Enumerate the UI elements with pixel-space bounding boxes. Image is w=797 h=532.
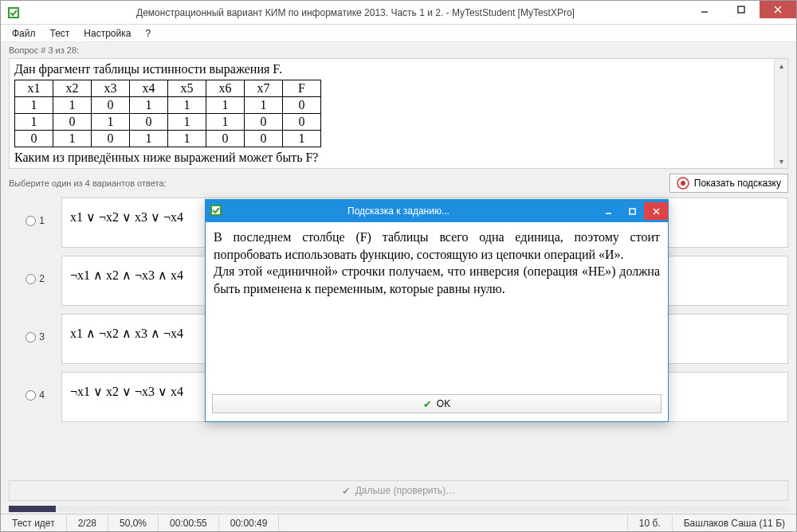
hint-button-label: Показать подсказку bbox=[694, 178, 781, 189]
status-spacer bbox=[279, 514, 627, 531]
th: F bbox=[283, 80, 321, 97]
dialog-ok-button[interactable]: ✔ OK bbox=[212, 394, 662, 413]
td: 1 bbox=[53, 131, 92, 147]
td: 1 bbox=[15, 114, 53, 131]
answer-num: 2 bbox=[39, 273, 45, 284]
td: 0 bbox=[245, 114, 283, 131]
hint-icon bbox=[677, 177, 689, 190]
menu-test[interactable]: Тест bbox=[44, 26, 77, 41]
svg-rect-9 bbox=[630, 209, 635, 214]
td: 0 bbox=[15, 131, 53, 147]
menu-help[interactable]: ? bbox=[139, 26, 157, 41]
th: x4 bbox=[130, 80, 168, 97]
dialog-ok-label: OK bbox=[437, 398, 450, 409]
td: 1 bbox=[206, 97, 245, 114]
th: x6 bbox=[206, 80, 245, 97]
ok-check-icon: ✔ bbox=[423, 398, 432, 410]
menubar: Файл Тест Настройка ? bbox=[1, 25, 796, 42]
progress-bar bbox=[9, 506, 788, 512]
answer-radio-4[interactable] bbox=[26, 390, 36, 401]
td: 1 bbox=[168, 114, 206, 131]
answers-prompt-row: Выберите один из 4 вариантов ответа: Пок… bbox=[1, 172, 796, 194]
scroll-up-icon[interactable]: ▴ bbox=[775, 59, 787, 72]
dialog-title: Подсказка к заданию... bbox=[201, 205, 596, 217]
td: 1 bbox=[245, 97, 283, 114]
truth-table: x1 x2 x3 x4 x5 x6 x7 F 11011110 10101100… bbox=[14, 80, 321, 147]
progress-fill bbox=[9, 506, 56, 512]
th: x5 bbox=[168, 80, 206, 97]
td: 0 bbox=[283, 97, 321, 114]
answer-num: 3 bbox=[39, 331, 45, 342]
td: 1 bbox=[53, 97, 92, 114]
answer-radio-3[interactable] bbox=[26, 332, 36, 342]
status-time-elapsed: 00:00:55 bbox=[159, 514, 219, 531]
next-button[interactable]: ✔ Дальше (проверить)… bbox=[9, 480, 788, 501]
svg-rect-2 bbox=[738, 6, 744, 13]
dialog-minimize-button[interactable] bbox=[596, 202, 620, 220]
dialog-titlebar[interactable]: Подсказка к заданию... bbox=[206, 200, 668, 222]
svg-point-6 bbox=[681, 181, 685, 186]
td: 1 bbox=[130, 97, 168, 114]
minimize-button[interactable] bbox=[686, 1, 723, 18]
window-title: Демонстрационный вариант КИМ по информат… bbox=[25, 7, 686, 18]
td: 1 bbox=[206, 114, 245, 131]
answers-prompt: Выберите один из 4 вариантов ответа: bbox=[9, 178, 167, 188]
titlebar: Демонстрационный вариант КИМ по информат… bbox=[1, 1, 796, 25]
answer-num: 4 bbox=[39, 389, 45, 401]
td: 1 bbox=[283, 131, 321, 147]
td: 1 bbox=[168, 131, 206, 147]
td: 1 bbox=[92, 114, 130, 131]
svg-rect-0 bbox=[9, 8, 18, 18]
status-user: Башлаков Саша (11 Б) bbox=[673, 514, 796, 531]
td: 1 bbox=[130, 131, 168, 147]
td: 1 bbox=[168, 97, 206, 114]
question-prompt-1: Дан фрагмент таблицы истинности выражени… bbox=[14, 62, 769, 76]
question-counter: Вопрос # 3 из 28: bbox=[1, 42, 796, 57]
th: x3 bbox=[92, 80, 130, 97]
maximize-button[interactable] bbox=[723, 1, 760, 18]
status-score: 10 б. bbox=[628, 514, 673, 531]
statusbar: Тест идет 2/28 50,0% 00:00:55 00:00:49 1… bbox=[1, 514, 796, 531]
td: 0 bbox=[283, 114, 321, 131]
status-percent: 50,0% bbox=[108, 514, 159, 531]
answer-radio-1[interactable] bbox=[26, 216, 36, 226]
hint-dialog: Подсказка к заданию... В последнем столб… bbox=[205, 199, 669, 422]
th: x2 bbox=[53, 80, 92, 97]
status-progress: 2/28 bbox=[67, 514, 108, 531]
answer-radio-2[interactable] bbox=[26, 274, 36, 284]
td: 0 bbox=[245, 131, 283, 147]
menu-settings[interactable]: Настройка bbox=[77, 26, 137, 41]
status-state: Тест идет bbox=[1, 514, 67, 531]
show-hint-button[interactable]: Показать подсказку bbox=[669, 174, 788, 193]
next-label: Дальше (проверить)… bbox=[355, 485, 456, 496]
td: 1 bbox=[15, 97, 53, 114]
th: x1 bbox=[15, 80, 53, 97]
question-prompt-2: Каким из приведённых ниже выражений може… bbox=[14, 151, 769, 165]
th: x7 bbox=[245, 80, 283, 97]
dialog-close-button[interactable] bbox=[644, 202, 668, 220]
dialog-body: В последнем столбце (F) таблицы всего од… bbox=[206, 222, 668, 389]
window-buttons bbox=[686, 1, 796, 24]
td: 0 bbox=[92, 97, 130, 114]
td: 0 bbox=[53, 114, 92, 131]
question-scrollbar[interactable]: ▴ ▾ bbox=[774, 59, 787, 168]
menu-file[interactable]: Файл bbox=[6, 26, 42, 41]
dialog-maximize-button[interactable] bbox=[620, 202, 644, 220]
td: 0 bbox=[206, 131, 245, 147]
close-button[interactable] bbox=[760, 1, 796, 18]
td: 0 bbox=[92, 131, 130, 147]
question-panel: ▴ ▾ Дан фрагмент таблицы истинности выра… bbox=[9, 58, 788, 169]
td: 0 bbox=[130, 114, 168, 131]
status-time-remaining: 00:00:49 bbox=[219, 514, 280, 531]
check-icon: ✔ bbox=[342, 485, 351, 497]
app-icon bbox=[7, 6, 20, 19]
answer-num: 1 bbox=[39, 215, 45, 226]
scroll-down-icon[interactable]: ▾ bbox=[775, 155, 787, 168]
